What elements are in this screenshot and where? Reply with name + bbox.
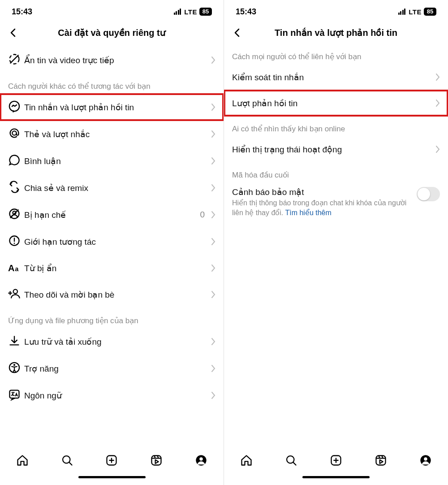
row-security-warning: Cảnh báo bảo mật Hiển thị thông báo tron… (224, 182, 448, 224)
signal-icon (174, 9, 181, 15)
row-language[interactable]: Ngôn ngữ (0, 382, 224, 409)
messenger-icon (8, 100, 21, 114)
row-label: Thẻ và lượt nhắc (24, 129, 211, 139)
chevron-right-icon (211, 338, 215, 346)
chevron-right-icon (211, 290, 215, 299)
download-icon (8, 334, 21, 349)
tab-search[interactable] (45, 454, 90, 467)
tab-reels[interactable] (134, 454, 179, 467)
svg-point-3 (12, 131, 16, 135)
chevron-right-icon (211, 130, 215, 138)
row-label: Bình luận (24, 156, 211, 166)
comment-icon (8, 154, 21, 168)
limits-icon (8, 234, 21, 249)
row-label: Hiển thị trạng thái hoạt động (232, 144, 435, 155)
tab-reels[interactable] (358, 454, 403, 467)
row-hidden-words[interactable]: Aa Từ bị ẩn (0, 255, 224, 281)
battery-badge: 85 (424, 8, 436, 16)
row-messages-story-replies[interactable]: Tin nhắn và lượt phản hồi tin (0, 94, 224, 121)
home-indicator[interactable] (224, 473, 448, 485)
row-activity-status[interactable]: Hiển thị trạng thái hoạt động (224, 136, 448, 162)
row-accessibility[interactable]: Trợ năng (0, 355, 224, 382)
home-indicator[interactable] (0, 473, 224, 485)
chevron-right-icon (211, 391, 215, 399)
svg-line-30 (293, 463, 296, 465)
tab-search[interactable] (269, 454, 314, 467)
row-message-requests[interactable]: Kiểm soát tin nhắn (224, 64, 448, 90)
signal-icon (398, 9, 406, 15)
svg-rect-17 (10, 390, 19, 398)
tab-bar (224, 447, 448, 473)
row-label: Bị hạn chế (24, 210, 200, 220)
back-button[interactable] (7, 26, 20, 39)
header: Cài đặt và quyền riêng tư (0, 22, 224, 47)
row-follow-invite[interactable]: Theo dõi và mời bạn bè (0, 281, 224, 308)
tab-profile[interactable] (403, 454, 448, 467)
tab-home[interactable] (224, 454, 269, 467)
tab-home[interactable] (0, 454, 45, 467)
status-bar: 15:43 LTE 85 (224, 0, 448, 22)
svg-point-16 (13, 364, 15, 366)
row-story-replies[interactable]: Lượt phản hồi tin (224, 90, 448, 116)
tab-profile[interactable] (179, 454, 224, 467)
network-label: LTE (184, 8, 197, 16)
at-icon (8, 127, 21, 141)
svg-point-10 (13, 290, 17, 294)
left-screen: 15:43 LTE 85 Cài đặt và quyền riêng tư Ẩ… (0, 0, 224, 485)
section-header-interact: Cách người khác có thể tương tác với bạn (0, 74, 224, 94)
row-label: Theo dõi và mời bạn bè (24, 290, 211, 300)
row-hide-stories[interactable]: Ẩn tin và video trực tiếp (0, 47, 224, 74)
learn-more-link[interactable]: Tìm hiểu thêm (285, 209, 331, 217)
row-label: Trợ năng (24, 364, 211, 374)
section-header-online: Ai có thể nhìn thấy khi bạn online (224, 116, 448, 136)
right-screen: 15:43 LTE 85 Tin nhắn và lượt phản hồi t… (224, 0, 448, 485)
svg-point-39 (424, 457, 427, 460)
row-label: Giới hạn tương tác (24, 237, 211, 247)
svg-point-9 (14, 242, 15, 244)
row-label: Ẩn tin và video trực tiếp (24, 55, 211, 65)
security-toggle[interactable] (417, 187, 440, 201)
security-title: Cảnh báo bảo mật (232, 187, 411, 197)
accessibility-icon (8, 361, 21, 376)
count-badge: 0 (200, 210, 205, 220)
restricted-icon (8, 208, 21, 222)
row-restricted[interactable]: Bị hạn chế 0 (0, 201, 224, 228)
remix-icon (8, 181, 21, 195)
chevron-right-icon (435, 145, 440, 153)
status-time: 15:43 (236, 7, 256, 17)
chevron-right-icon (211, 103, 215, 111)
language-icon (8, 388, 21, 403)
row-share-remix[interactable]: Chia sẻ và remix (0, 174, 224, 201)
row-archive-download[interactable]: Lưu trữ và tải xuống (0, 328, 224, 355)
row-tags-mentions[interactable]: Thẻ và lượt nhắc (0, 121, 224, 147)
back-button[interactable] (231, 26, 244, 39)
row-comments[interactable]: Bình luận (0, 147, 224, 174)
battery-badge: 85 (199, 8, 212, 16)
row-limits[interactable]: Giới hạn tương tác (0, 228, 224, 255)
row-label: Chia sẻ và remix (24, 183, 211, 193)
status-bar: 15:43 LTE 85 (0, 0, 224, 22)
chevron-right-icon (435, 99, 440, 107)
row-label: Từ bị ẩn (24, 263, 211, 273)
chevron-right-icon (211, 238, 215, 246)
hidden-words-icon: Aa (8, 263, 18, 273)
tab-bar (0, 447, 224, 473)
section-header-e2ee: Mã hóa đầu cuối (224, 162, 448, 182)
chevron-right-icon (211, 184, 215, 192)
row-label: Lượt phản hồi tin (232, 98, 435, 108)
chevron-right-icon (211, 264, 215, 272)
page-title: Tin nhắn và lượt phản hồi tin (231, 27, 441, 38)
header: Tin nhắn và lượt phản hồi tin (224, 22, 448, 47)
svg-line-1 (10, 55, 19, 64)
tab-create[interactable] (90, 454, 134, 467)
row-label: Ngôn ngữ (24, 390, 211, 401)
chevron-right-icon (211, 157, 215, 165)
page-title: Cài đặt và quyền riêng tư (7, 27, 216, 38)
tab-create[interactable] (314, 454, 358, 467)
section-header-media: Ứng dụng và file phương tiện của bạn (0, 308, 224, 328)
chevron-right-icon (211, 56, 215, 64)
svg-line-19 (69, 463, 72, 465)
svg-point-28 (199, 457, 202, 460)
row-label: Tin nhắn và lượt phản hồi tin (24, 102, 211, 113)
chevron-right-icon (211, 211, 215, 219)
